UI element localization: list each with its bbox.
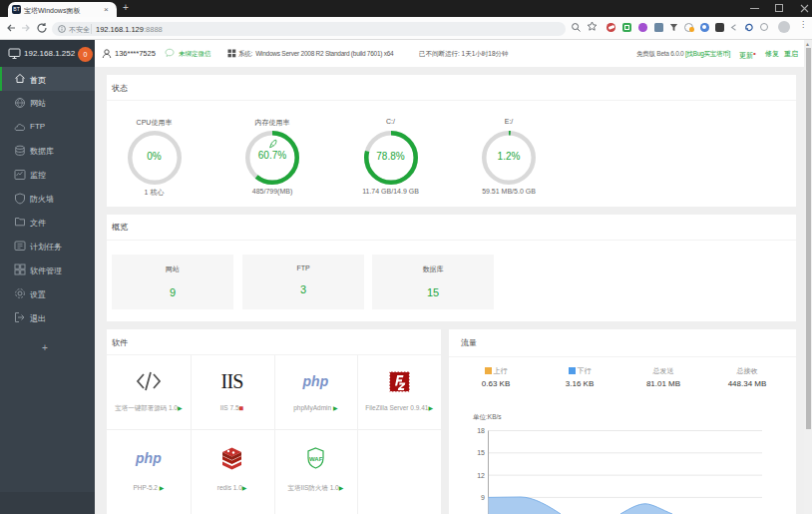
svg-text:15: 15 bbox=[477, 449, 485, 456]
svg-text:18: 18 bbox=[477, 427, 485, 434]
svg-text:12: 12 bbox=[477, 472, 485, 479]
svg-text:WAF: WAF bbox=[309, 455, 323, 461]
svg-text:9: 9 bbox=[481, 494, 485, 501]
